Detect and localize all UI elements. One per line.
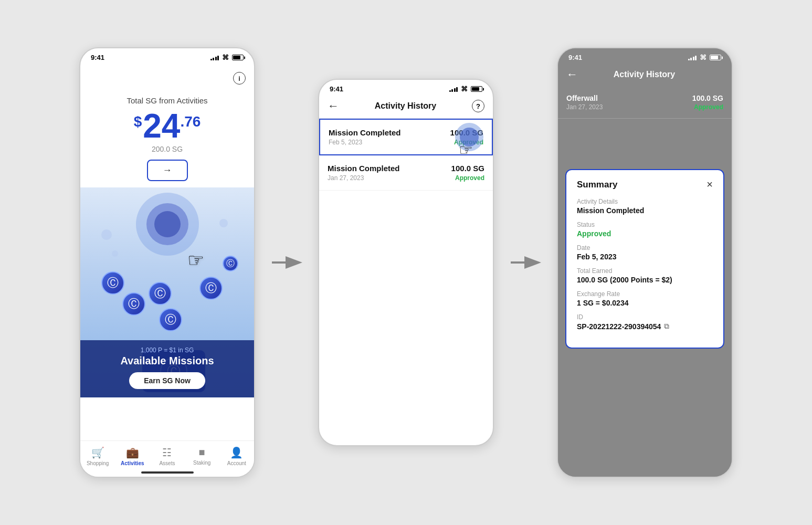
header-title-2: Activity History [375, 101, 436, 111]
activity-date-2: Jan 27, 2023 [328, 174, 400, 182]
status-bar-2: 9:41 ⌘ [319, 80, 493, 96]
offerwall-name: Offerwall [566, 94, 603, 102]
activity-item-highlighted[interactable]: Mission Completed Feb 5, 2023 100.0 SG A… [319, 119, 493, 155]
phone3-activity-left: Offerwall Jan 27, 2023 [566, 94, 603, 111]
status-label: Status [577, 221, 713, 228]
amount-main: 24 [143, 109, 180, 143]
staking-icon: ■ [199, 446, 205, 458]
circle-outer: ☞ [136, 193, 199, 256]
nav-account-label: Account [227, 460, 246, 466]
assets-icon: ☷ [162, 446, 172, 459]
exchange-rate-label: Exchange Rate [577, 290, 713, 298]
shopping-icon: 🛒 [91, 446, 104, 459]
summary-exchange-rate: Exchange Rate 1 SG = $0.0234 [577, 290, 713, 307]
sg-coin: Ⓒ [199, 277, 223, 300]
nav-activities[interactable]: 💼 Activities [117, 446, 148, 466]
mission-text-area: 1,000 P = $1 in SG Available Missions Ea… [80, 340, 254, 397]
phone2-header: ← Activity History ? [319, 96, 493, 119]
nav-activities-label: Activities [121, 460, 144, 466]
nav-shopping[interactable]: 🛒 Shopping [82, 446, 113, 466]
total-earned-label: Total Earned [577, 267, 713, 275]
phone3-activity-right: 100.0 SG Approved [692, 94, 723, 111]
phone3-header: ← Activity History [558, 65, 732, 87]
nav-account[interactable]: 👤 Account [221, 446, 252, 466]
phone-2: 9:41 ⌘ ← Activity History ? Missio [318, 79, 494, 446]
summary-activity-details: Activity Details Mission Completed [577, 198, 713, 215]
help-button-2[interactable]: ? [472, 100, 484, 112]
nav-staking-label: Staking [193, 460, 210, 466]
sg-value: 200.0 SG [91, 145, 244, 153]
nav-staking[interactable]: ■ Staking [186, 446, 218, 466]
back-button-2[interactable]: ← [328, 99, 339, 113]
arrow-svg-2 [510, 252, 541, 273]
id-row: SP-20221222-290394054 ⧉ [577, 322, 713, 331]
battery-fill [233, 56, 240, 59]
available-missions: Available Missions [89, 355, 246, 367]
phone-1: 9:41 ⌘ i Total SG from Activities $ 24 .… [79, 47, 255, 478]
arrow-1 [271, 252, 302, 273]
time-1: 9:41 [91, 54, 104, 61]
activity-item-2[interactable]: Mission Completed Jan 27, 2023 100.0 SG … [319, 155, 493, 191]
account-icon: 👤 [230, 446, 243, 459]
summary-title: Summary [577, 180, 617, 190]
sg-coin: Ⓒ [149, 282, 172, 305]
earn-sg-button[interactable]: Earn SG Now [129, 372, 205, 389]
battery-icon [232, 55, 244, 60]
summary-header: Summary × [577, 178, 713, 191]
status-bar-1: 9:41 ⌘ [80, 48, 254, 65]
hero-area: ☞ Ⓒ Ⓒ Ⓒ Ⓒ Ⓒ Ⓒ Ⓒ 1,000 P = $1 in SG Avail… [80, 187, 254, 397]
circle-mid [146, 203, 188, 245]
pts-label: 1,000 P = $1 in SG [89, 346, 246, 354]
status-value: Approved [577, 229, 713, 238]
offerwall-amount: 100.0 SG [692, 94, 723, 102]
sg-coin: Ⓒ [122, 292, 145, 316]
activity-left-1: Mission Completed Feb 5, 2023 [329, 128, 401, 146]
status-icons-3: ⌘ [688, 54, 722, 61]
home-indicator [141, 471, 194, 474]
battery-fill-3 [711, 56, 718, 59]
copy-icon[interactable]: ⧉ [664, 322, 669, 331]
status-bar-3: 9:41 ⌘ [558, 48, 732, 65]
sg-coin: Ⓒ [101, 271, 124, 295]
phone3-bg: 9:41 ⌘ ← Activity History [558, 48, 732, 477]
dollar-sign: $ [134, 113, 142, 130]
total-sg-label: Total SG from Activities [91, 96, 244, 105]
phone3-activity-item[interactable]: Offerwall Jan 27, 2023 100.0 SG Approved [558, 87, 732, 119]
offerwall-date: Jan 27, 2023 [566, 103, 603, 111]
arrow-button[interactable]: → [147, 160, 188, 181]
signal-icon-2 [449, 86, 458, 92]
summary-total-earned: Total Earned 100.0 SG (2000 Points = $2) [577, 267, 713, 284]
wifi-icon-3: ⌘ [700, 54, 706, 61]
info-button[interactable]: i [233, 72, 246, 85]
summary-status: Status Approved [577, 221, 713, 238]
status-icons-1: ⌘ [210, 54, 244, 61]
activity-left-2: Mission Completed Jan 27, 2023 [328, 164, 400, 182]
nav-shopping-label: Shopping [87, 460, 109, 466]
sg-coin-small: Ⓒ [223, 256, 238, 271]
activity-status-2: Approved [451, 174, 484, 182]
time-2: 9:41 [330, 85, 343, 93]
battery-icon-3 [710, 55, 721, 60]
status-icons-2: ⌘ [449, 85, 483, 93]
nav-assets[interactable]: ☷ Assets [151, 446, 183, 466]
cursor-icon-1: ☞ [187, 249, 204, 271]
activity-right-2: 100.0 SG Approved [451, 164, 484, 182]
total-earned-value: 100.0 SG (2000 Points = $2) [577, 276, 713, 284]
back-button-3[interactable]: ← [566, 68, 578, 81]
sg-coin: Ⓒ [159, 308, 182, 331]
summary-modal: Summary × Activity Details Mission Compl… [565, 169, 724, 349]
exchange-rate-value: 1 SG = $0.0234 [577, 299, 713, 307]
deco-circle [219, 219, 228, 227]
activity-name-2: Mission Completed [328, 164, 400, 173]
date-value: Feb 5, 2023 [577, 253, 713, 261]
deco-circle [101, 229, 112, 240]
activity-name-1: Mission Completed [329, 128, 401, 137]
close-button-summary[interactable]: × [706, 178, 713, 191]
arrow-2 [510, 252, 541, 273]
date-label: Date [577, 244, 713, 251]
phone-3: 9:41 ⌘ ← Activity History [557, 47, 733, 478]
deco-circle [112, 250, 118, 257]
activities-icon: 💼 [126, 446, 139, 459]
wifi-icon-2: ⌘ [461, 85, 468, 93]
amount-decimal: .76 [180, 113, 201, 130]
